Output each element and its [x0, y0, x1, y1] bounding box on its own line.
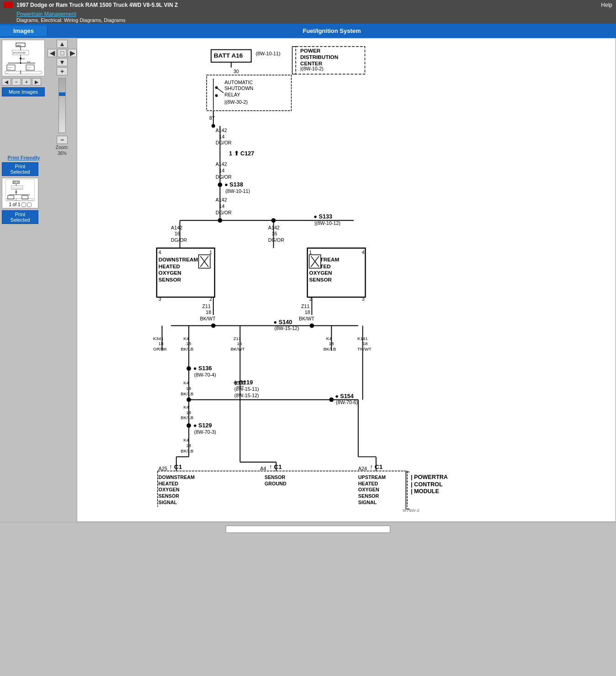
svg-text:1: 1: [209, 250, 212, 255]
svg-point-151: [186, 366, 191, 371]
svg-text:DOWNSTREAM: DOWNSTREAM: [159, 256, 198, 262]
print-thumb-svg: BATT A16 AUTO SHUTDOWN: [6, 180, 34, 201]
svg-point-127: [310, 324, 314, 328]
svg-text:18: 18: [305, 309, 310, 315]
svg-point-166: [186, 398, 191, 402]
scroll-up-button[interactable]: ▲: [57, 40, 68, 48]
svg-text:K4: K4: [326, 336, 332, 341]
wiring-diagram-svg: BATT A16 (8W-10-11) POWER DISTRIBUTION C…: [77, 38, 452, 520]
svg-text:(8W-15-11): (8W-15-11): [234, 386, 259, 392]
help-link-container[interactable]: Help: [601, 2, 612, 8]
svg-text:(8W-70-4): (8W-70-4): [194, 372, 216, 378]
zoom-out-sidebar-button[interactable]: −: [12, 78, 21, 85]
svg-point-167: [329, 398, 334, 402]
svg-text:DG/OR: DG/OR: [171, 237, 187, 243]
zoom-slider-track[interactable]: [58, 78, 66, 133]
svg-text:16: 16: [237, 341, 242, 346]
svg-point-56: [215, 86, 218, 89]
svg-text:GROUND: GROUND: [265, 481, 287, 486]
diagram-area[interactable]: BATT A16 (8W-10-11) POWER DISTRIBUTION C…: [77, 38, 616, 522]
svg-text:DG/OR: DG/OR: [268, 237, 284, 243]
svg-text:18: 18: [329, 341, 334, 346]
svg-text:4: 4: [159, 250, 161, 255]
help-link[interactable]: Help: [601, 2, 612, 8]
svg-text:BK/LB: BK/LB: [181, 391, 194, 396]
svg-text:Z11: Z11: [202, 303, 211, 309]
svg-point-126: [211, 324, 216, 328]
print-thumb-image: BATT A16 AUTO SHUTDOWN: [5, 179, 35, 201]
svg-text:HO2S: HO2S: [27, 69, 30, 70]
svg-point-72: [218, 182, 223, 187]
svg-text:K4: K4: [183, 336, 189, 341]
print-page-thumb: BATT A16 AUTO SHUTDOWN 1 of 1: [2, 178, 38, 208]
svg-text:● S154: ● S154: [335, 393, 354, 399]
svg-text:● S133: ● S133: [313, 213, 332, 220]
image-nav-controls: ◀ − + ▶: [2, 78, 46, 85]
svg-text:BATT A16: BATT A16: [214, 52, 243, 59]
svg-text:Z11: Z11: [234, 336, 241, 341]
svg-point-61: [212, 124, 215, 128]
zoom-panel: ▲ ◀ □ ▶ ▼ + − Zoom: 36%: [48, 38, 77, 522]
car-icon: [4, 2, 13, 8]
scroll-down-button[interactable]: ▼: [57, 58, 68, 66]
zoom-slider-thumb[interactable]: [59, 92, 65, 96]
thumbnail-image: BATT AUTO SHUTDOWN S138 S133 DSTREAM HO2…: [2, 40, 45, 76]
svg-text:SIGNAL: SIGNAL: [159, 500, 177, 505]
svg-text:● S136: ● S136: [193, 365, 212, 372]
svg-text:87: 87: [209, 115, 215, 121]
powertrain-link[interactable]: Powertrain Management: [16, 11, 612, 17]
svg-text:OXYGEN: OXYGEN: [358, 487, 379, 492]
page-select-checkbox-2[interactable]: [27, 202, 32, 207]
more-images-button[interactable]: More Images: [2, 87, 45, 96]
svg-text:↑ C1: ↑ C1: [269, 463, 282, 470]
svg-text:SENSOR: SENSOR: [159, 493, 180, 499]
svg-text:SENSOR: SENSOR: [159, 277, 181, 282]
bottom-progress-bar: [226, 526, 390, 533]
zoom-in-sidebar-button[interactable]: +: [22, 78, 31, 85]
prev-image-button[interactable]: ◀: [2, 78, 11, 85]
svg-text:(8W-10-11): (8W-10-11): [255, 51, 280, 56]
svg-text:|(8W-30-2): |(8W-30-2): [224, 99, 248, 105]
print-friendly-label[interactable]: Print Friendly: [2, 155, 46, 160]
svg-text:CENTER: CENTER: [300, 60, 323, 66]
svg-text:(8W-15-12): (8W-15-12): [274, 325, 299, 331]
tab-diagram[interactable]: Fuel/Ignition System: [48, 26, 616, 36]
zoom-out-button[interactable]: −: [57, 136, 68, 144]
svg-text:SENSOR: SENSOR: [265, 474, 286, 480]
scroll-right-button[interactable]: ▶: [68, 49, 77, 57]
svg-text:A142: A142: [216, 161, 227, 167]
zoom-fit-button[interactable]: □: [58, 49, 67, 57]
svg-text:|(8W-10-2): |(8W-10-2): [300, 66, 324, 71]
svg-text:↑ C1: ↑ C1: [169, 463, 182, 470]
next-image-button[interactable]: ▶: [32, 78, 41, 85]
page-select-checkbox[interactable]: [21, 202, 26, 207]
svg-text:BK/WT: BK/WT: [231, 346, 245, 351]
svg-text:OXYGEN: OXYGEN: [309, 270, 332, 276]
svg-text:SENSOR: SENSOR: [358, 493, 379, 499]
svg-text:AUTO SHUTDOWN: AUTO SHUTDOWN: [12, 187, 22, 189]
tab-images[interactable]: Images: [0, 26, 48, 36]
zoom-value: 36%: [58, 151, 67, 156]
svg-text:A25: A25: [159, 466, 167, 471]
svg-text:BATT A16: BATT A16: [13, 181, 19, 183]
sidebar: BATT AUTO SHUTDOWN S138 S133 DSTREAM HO2…: [0, 38, 48, 522]
print-selected-button-1[interactable]: Print Selected: [2, 162, 38, 176]
spacer: [2, 98, 46, 153]
svg-text:UPSTRM: UPSTRM: [27, 67, 32, 68]
svg-text:K141: K141: [357, 336, 368, 341]
svg-text:16: 16: [272, 231, 277, 236]
scroll-left-button[interactable]: ◀: [48, 49, 57, 57]
svg-text:UPSTREAM: UPSTREAM: [358, 474, 386, 480]
svg-text:30: 30: [234, 69, 239, 74]
tab-bar: Images Fuel/Ignition System: [0, 24, 616, 38]
subheader: Powertrain Management Diagrams, Electric…: [0, 10, 616, 24]
svg-text:K4: K4: [183, 405, 189, 410]
zoom-in-button[interactable]: +: [57, 67, 68, 75]
svg-text:DG/OR: DG/OR: [216, 174, 232, 180]
main-layout: BATT AUTO SHUTDOWN S138 S133 DSTREAM HO2…: [0, 38, 616, 522]
svg-text:BK/LB: BK/LB: [181, 415, 194, 420]
svg-text:SENSOR: SENSOR: [309, 277, 332, 282]
svg-text:DG/OR: DG/OR: [216, 140, 232, 145]
print-selected-button-2[interactable]: Print Selected: [2, 210, 38, 224]
svg-point-80: [218, 218, 223, 223]
